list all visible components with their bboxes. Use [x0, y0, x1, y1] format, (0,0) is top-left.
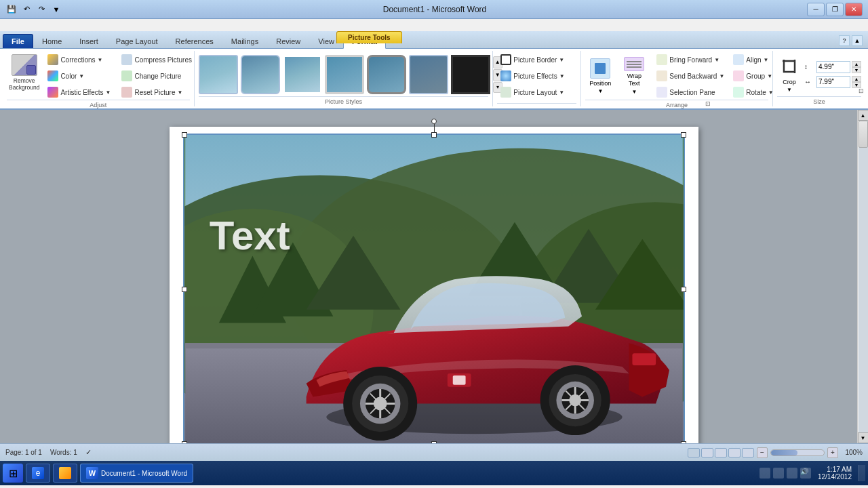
tab-insert[interactable]: Insert — [71, 34, 107, 48]
draft-view[interactable] — [742, 448, 754, 458]
clock[interactable]: 1:17 AM 12/14/2012 — [815, 464, 854, 482]
svg-rect-37 — [453, 375, 466, 385]
window-controls: ─ ❐ ✕ — [807, 3, 863, 16]
picture-styles-dialog-launcher[interactable]: ⊡ — [705, 100, 711, 107]
customize-quick-access[interactable]: ▼ — [50, 3, 62, 16]
outline-view[interactable] — [728, 448, 741, 458]
style-thumb-6[interactable] — [409, 55, 448, 94]
compress-pictures-icon — [121, 54, 132, 65]
crop-dropdown: ▼ — [787, 87, 792, 93]
height-decrement[interactable]: ▼ — [852, 67, 861, 73]
start-button[interactable]: ⊞ — [3, 464, 23, 483]
print-layout-view[interactable] — [688, 448, 700, 458]
taskbar-folder[interactable] — [53, 464, 77, 483]
document-area: ▲ ▼ — [0, 110, 868, 443]
tab-home[interactable]: Home — [33, 34, 71, 48]
show-desktop-button[interactable] — [859, 465, 865, 481]
width-input-row: ↔ ▲ ▼ — [804, 76, 861, 88]
zoom-level: 100% — [841, 449, 863, 456]
tab-references[interactable]: References — [167, 34, 222, 48]
corrections-button[interactable]: Corrections ▼ — [44, 52, 114, 67]
zoom-out-button[interactable]: − — [757, 447, 768, 458]
style-thumb-1[interactable] — [199, 55, 238, 94]
remove-background-button[interactable]: RemoveBackground — [7, 52, 41, 93]
remove-background-label: RemoveBackground — [9, 77, 39, 91]
artistic-effects-button[interactable]: Artistic Effects ▼ — [44, 85, 114, 100]
color-button[interactable]: Color ▼ — [44, 68, 114, 83]
style-thumb-5[interactable] — [367, 55, 406, 94]
style-thumb-7[interactable] — [451, 55, 490, 94]
taskbar-right: 🔊 1:17 AM 12/14/2012 — [760, 464, 865, 482]
change-picture-button[interactable]: Change Picture — [118, 68, 195, 83]
tab-page-layout[interactable]: Page Layout — [107, 34, 167, 48]
handle-bottom-left[interactable] — [182, 441, 187, 443]
adjust-group: RemoveBackground Corrections ▼ Color ▼ — [3, 51, 195, 106]
artistic-effects-dropdown-arrow: ▼ — [106, 89, 111, 96]
handle-bottom-center[interactable] — [431, 441, 437, 443]
tab-file[interactable]: File — [3, 34, 33, 48]
rotate-button[interactable]: Rotate ▼ — [730, 85, 776, 100]
zoom-slider[interactable] — [770, 449, 825, 456]
status-left: Page: 1 of 1 Words: 1 ✓ — [5, 448, 92, 457]
taskbar-word[interactable]: W Document1 - Microsoft Word — [80, 464, 193, 483]
reset-picture-button[interactable]: Reset Picture ▼ — [118, 85, 195, 100]
height-increment[interactable]: ▲ — [852, 61, 861, 67]
handle-top-center[interactable] — [431, 132, 437, 138]
width-increment[interactable]: ▲ — [852, 76, 861, 82]
zoom-in-button[interactable]: + — [827, 447, 838, 458]
tab-review[interactable]: Review — [267, 34, 309, 48]
minimize-button[interactable]: ─ — [807, 3, 825, 16]
proofing-icon[interactable]: ✓ — [85, 448, 92, 457]
picture-border-button[interactable]: Picture Border ▼ — [497, 52, 568, 67]
title-bar: 💾 ↶ ↷ ▼ Document1 - Microsoft Word ─ ❐ ✕ — [0, 0, 868, 19]
send-backward-dropdown: ▼ — [719, 73, 724, 79]
arrange-content: Position ▼ WrapText ▼ — [585, 52, 768, 100]
close-button[interactable]: ✕ — [845, 3, 863, 16]
selected-image[interactable]: Text — [183, 134, 685, 443]
bring-forward-button[interactable]: Bring Forward ▼ — [653, 52, 728, 67]
background-svg — [184, 135, 684, 443]
width-input[interactable] — [816, 76, 850, 88]
help-icon[interactable]: ? — [839, 35, 850, 46]
group-button[interactable]: Group ▼ — [730, 68, 776, 83]
picture-effects-icon — [500, 70, 511, 81]
picture-layout-button[interactable]: Picture Layout ▼ — [497, 85, 568, 100]
style-thumb-2[interactable] — [241, 55, 280, 94]
handle-bottom-right[interactable] — [681, 441, 686, 443]
word-count: Words: 1 — [50, 449, 77, 456]
speaker-icon[interactable]: 🔊 — [800, 468, 811, 479]
full-screen-view[interactable] — [701, 448, 713, 458]
send-backward-button[interactable]: Send Backward ▼ — [653, 68, 728, 83]
image-text-overlay: Text — [210, 212, 290, 259]
web-layout-view[interactable] — [715, 448, 727, 458]
handle-top-left[interactable] — [182, 132, 187, 138]
scroll-thumb[interactable] — [859, 121, 868, 148]
tab-mailings[interactable]: Mailings — [222, 34, 267, 48]
rotation-handle[interactable] — [431, 119, 437, 124]
selection-pane-button[interactable]: Selection Pane — [653, 85, 728, 100]
size-dialog-launcher[interactable]: ⊡ — [859, 87, 864, 94]
handle-middle-left[interactable] — [182, 287, 187, 292]
position-button[interactable]: Position ▼ — [585, 56, 615, 96]
taskbar-ie[interactable]: e — [26, 464, 50, 483]
scroll-up-button[interactable]: ▲ — [858, 110, 869, 121]
picture-border-icon — [500, 54, 511, 65]
restore-button[interactable]: ❐ — [826, 3, 844, 16]
compress-pictures-button[interactable]: Compress Pictures — [118, 52, 195, 67]
height-input[interactable] — [816, 61, 850, 73]
align-button[interactable]: Align ▼ — [730, 52, 776, 67]
collapse-ribbon-icon[interactable]: ▲ — [852, 35, 863, 46]
redo-button[interactable]: ↷ — [35, 3, 47, 16]
rotation-line — [434, 123, 435, 133]
handle-middle-right[interactable] — [681, 287, 686, 292]
color-icon — [47, 70, 58, 81]
save-button[interactable]: 💾 — [5, 3, 18, 16]
crop-button[interactable]: Crop ▼ — [777, 54, 802, 95]
style-thumb-3[interactable] — [283, 55, 322, 94]
undo-button[interactable]: ↶ — [20, 3, 33, 16]
style-thumb-4[interactable] — [325, 55, 364, 94]
handle-top-right[interactable] — [681, 132, 686, 138]
scroll-corner — [857, 432, 868, 443]
wrap-text-button[interactable]: WrapText ▼ — [617, 56, 651, 96]
picture-effects-button[interactable]: Picture Effects ▼ — [497, 68, 568, 83]
